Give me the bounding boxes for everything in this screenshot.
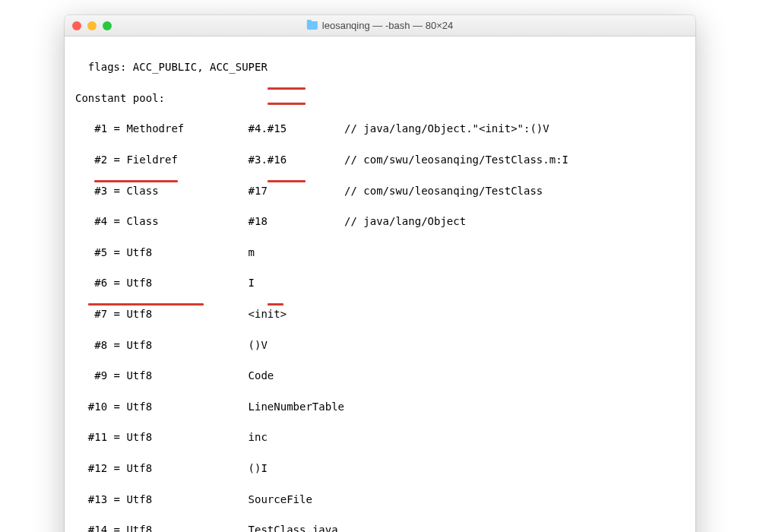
terminal-line: #1 = Methodref #4.#15 // java/lang/Objec… <box>75 121 685 136</box>
terminal-line: #12 = Utf8 ()I <box>75 461 685 476</box>
window-title: leosanqing — -bash — 80×24 <box>322 20 453 31</box>
terminal-line: #13 = Utf8 SourceFile <box>75 492 685 507</box>
terminal-line: #14 = Utf8 TestClass.java <box>75 522 685 532</box>
titlebar[interactable]: leosanqing — -bash — 80×24 <box>65 15 695 36</box>
terminal-line: #6 = Utf8 I <box>75 275 685 290</box>
maximize-icon[interactable] <box>103 21 112 30</box>
window-title-container: leosanqing — -bash — 80×24 <box>307 20 453 31</box>
terminal-line: #5 = Utf8 m <box>75 245 685 260</box>
terminal-line: #4 = Class #18 // java/lang/Object <box>75 214 685 229</box>
annotation-underline <box>268 103 306 105</box>
terminal-line: #10 = Utf8 LineNumberTable <box>75 399 685 414</box>
terminal-window: leosanqing — -bash — 80×24 flags: ACC_PU… <box>65 15 695 532</box>
terminal-line: #8 = Utf8 ()V <box>75 337 685 353</box>
annotation-underline <box>94 180 178 182</box>
terminal-line: #3 = Class #17 // com/swu/leosanqing/Tes… <box>75 183 685 198</box>
terminal-line: #11 = Utf8 inc <box>75 429 685 445</box>
annotation-underline <box>268 180 306 182</box>
minimize-icon[interactable] <box>87 21 97 30</box>
traffic-lights <box>72 21 112 30</box>
annotation-underline <box>88 303 204 306</box>
annotation-underline <box>268 303 283 306</box>
terminal-line: flags: ACC_PUBLIC, ACC_SUPER <box>75 59 685 74</box>
close-icon[interactable] <box>72 21 81 30</box>
annotation-underline <box>268 87 306 90</box>
terminal-line: Constant pool: <box>75 90 685 106</box>
terminal-line: #7 = Utf8 <init> <box>75 306 685 321</box>
terminal-line: #9 = Utf8 Code <box>75 368 685 383</box>
terminal-line: #2 = Fieldref #3.#16 // com/swu/leosanqi… <box>75 152 685 167</box>
terminal-body[interactable]: flags: ACC_PUBLIC, ACC_SUPER Constant po… <box>65 36 695 532</box>
folder-icon <box>307 21 318 30</box>
